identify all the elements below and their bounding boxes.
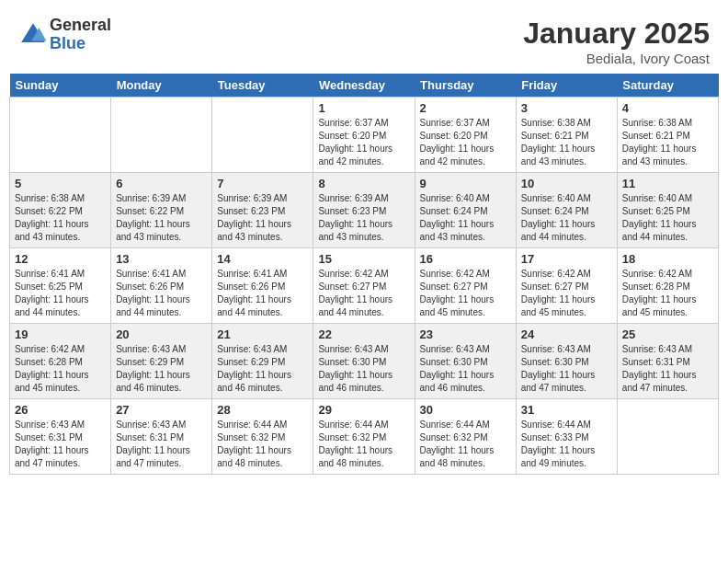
day-info: Sunrise: 6:44 AM Sunset: 6:33 PM Dayligh… [521,419,612,470]
day-info: Sunrise: 6:43 AM Sunset: 6:29 PM Dayligh… [116,343,207,395]
logo-blue-text: Blue [50,35,111,53]
day-number: 13 [116,252,207,266]
calendar-cell: 12Sunrise: 6:41 AM Sunset: 6:25 PM Dayli… [10,248,111,324]
calendar-cell: 22Sunrise: 6:43 AM Sunset: 6:30 PM Dayli… [313,324,415,399]
day-number: 9 [420,177,511,190]
calendar-cell: 8Sunrise: 6:39 AM Sunset: 6:23 PM Daylig… [313,173,415,248]
day-number: 28 [217,403,308,417]
day-number: 24 [521,327,612,341]
weekday-header-tuesday: Tuesday [212,74,313,98]
week-row-2: 5Sunrise: 6:38 AM Sunset: 6:22 PM Daylig… [10,173,719,248]
day-info: Sunrise: 6:44 AM Sunset: 6:32 PM Dayligh… [318,419,409,470]
day-number: 3 [521,101,612,115]
calendar-cell: 13Sunrise: 6:41 AM Sunset: 6:26 PM Dayli… [111,248,212,324]
weekday-header-sunday: Sunday [10,74,111,98]
calendar-table: SundayMondayTuesdayWednesdayThursdayFrid… [9,74,719,475]
calendar-cell: 10Sunrise: 6:40 AM Sunset: 6:24 PM Dayli… [516,173,617,248]
day-info: Sunrise: 6:40 AM Sunset: 6:25 PM Dayligh… [622,192,713,244]
calendar-cell: 5Sunrise: 6:38 AM Sunset: 6:22 PM Daylig… [10,173,111,248]
week-row-5: 26Sunrise: 6:43 AM Sunset: 6:31 PM Dayli… [10,399,719,475]
day-number: 4 [622,101,713,115]
calendar-cell: 15Sunrise: 6:42 AM Sunset: 6:27 PM Dayli… [313,248,415,324]
day-info: Sunrise: 6:42 AM Sunset: 6:27 PM Dayligh… [521,268,612,319]
day-info: Sunrise: 6:44 AM Sunset: 6:32 PM Dayligh… [420,419,511,470]
day-info: Sunrise: 6:38 AM Sunset: 6:21 PM Dayligh… [622,117,713,168]
day-info: Sunrise: 6:39 AM Sunset: 6:23 PM Dayligh… [318,192,409,244]
day-info: Sunrise: 6:39 AM Sunset: 6:23 PM Dayligh… [217,192,308,244]
calendar-cell: 6Sunrise: 6:39 AM Sunset: 6:22 PM Daylig… [111,173,212,248]
calendar-cell: 26Sunrise: 6:43 AM Sunset: 6:31 PM Dayli… [10,399,111,475]
calendar-cell: 28Sunrise: 6:44 AM Sunset: 6:32 PM Dayli… [212,399,313,475]
day-info: Sunrise: 6:41 AM Sunset: 6:26 PM Dayligh… [116,268,207,319]
day-number: 23 [420,327,511,341]
logo-icon [18,20,48,50]
day-info: Sunrise: 6:41 AM Sunset: 6:25 PM Dayligh… [15,268,106,319]
weekday-header-monday: Monday [111,74,212,98]
day-info: Sunrise: 6:40 AM Sunset: 6:24 PM Dayligh… [521,192,612,244]
weekday-header-row: SundayMondayTuesdayWednesdayThursdayFrid… [10,74,719,98]
calendar-title: January 2025 [523,17,710,51]
day-info: Sunrise: 6:43 AM Sunset: 6:29 PM Dayligh… [217,343,308,395]
calendar-cell: 18Sunrise: 6:42 AM Sunset: 6:28 PM Dayli… [617,248,718,324]
day-info: Sunrise: 6:40 AM Sunset: 6:24 PM Dayligh… [420,192,511,244]
calendar-cell: 20Sunrise: 6:43 AM Sunset: 6:29 PM Dayli… [111,324,212,399]
calendar-cell: 9Sunrise: 6:40 AM Sunset: 6:24 PM Daylig… [415,173,516,248]
header: General Blue January 2025 Bediala, Ivory… [9,9,719,70]
title-block: January 2025 Bediala, Ivory Coast [523,17,710,66]
calendar-location: Bediala, Ivory Coast [523,51,710,66]
day-number: 25 [622,327,713,341]
day-info: Sunrise: 6:39 AM Sunset: 6:22 PM Dayligh… [116,192,207,244]
calendar-cell [617,399,718,475]
day-info: Sunrise: 6:37 AM Sunset: 6:20 PM Dayligh… [420,117,511,168]
day-number: 27 [116,403,207,417]
calendar-cell: 1Sunrise: 6:37 AM Sunset: 6:20 PM Daylig… [313,98,415,173]
calendar-cell [10,98,111,173]
calendar-cell [111,98,212,173]
day-number: 7 [217,177,308,190]
day-number: 1 [318,101,409,115]
day-number: 15 [318,252,409,266]
day-number: 26 [15,403,106,417]
day-number: 17 [521,252,612,266]
logo: General Blue [18,17,111,53]
day-number: 12 [15,252,106,266]
calendar-cell: 2Sunrise: 6:37 AM Sunset: 6:20 PM Daylig… [415,98,516,173]
calendar-cell [212,98,313,173]
day-info: Sunrise: 6:43 AM Sunset: 6:30 PM Dayligh… [420,343,511,395]
day-info: Sunrise: 6:42 AM Sunset: 6:28 PM Dayligh… [622,268,713,319]
day-info: Sunrise: 6:43 AM Sunset: 6:30 PM Dayligh… [521,343,612,395]
calendar-cell: 30Sunrise: 6:44 AM Sunset: 6:32 PM Dayli… [415,399,516,475]
day-number: 21 [217,327,308,341]
day-number: 22 [318,327,409,341]
calendar-header: SundayMondayTuesdayWednesdayThursdayFrid… [10,74,719,98]
day-number: 11 [622,177,713,190]
day-info: Sunrise: 6:43 AM Sunset: 6:31 PM Dayligh… [622,343,713,395]
day-number: 19 [15,327,106,341]
day-number: 5 [15,177,106,190]
day-info: Sunrise: 6:37 AM Sunset: 6:20 PM Dayligh… [318,117,409,168]
day-info: Sunrise: 6:42 AM Sunset: 6:27 PM Dayligh… [420,268,511,319]
week-row-3: 12Sunrise: 6:41 AM Sunset: 6:25 PM Dayli… [10,248,719,324]
calendar-cell: 19Sunrise: 6:42 AM Sunset: 6:28 PM Dayli… [10,324,111,399]
day-number: 18 [622,252,713,266]
day-number: 30 [420,403,511,417]
day-info: Sunrise: 6:42 AM Sunset: 6:28 PM Dayligh… [15,343,106,395]
day-info: Sunrise: 6:43 AM Sunset: 6:31 PM Dayligh… [116,419,207,470]
calendar-cell: 14Sunrise: 6:41 AM Sunset: 6:26 PM Dayli… [212,248,313,324]
day-info: Sunrise: 6:42 AM Sunset: 6:27 PM Dayligh… [318,268,409,319]
weekday-header-friday: Friday [516,74,617,98]
weekday-header-thursday: Thursday [415,74,516,98]
day-number: 31 [521,403,612,417]
day-number: 14 [217,252,308,266]
calendar-cell: 27Sunrise: 6:43 AM Sunset: 6:31 PM Dayli… [111,399,212,475]
week-row-4: 19Sunrise: 6:42 AM Sunset: 6:28 PM Dayli… [10,324,719,399]
day-number: 20 [116,327,207,341]
day-number: 6 [116,177,207,190]
day-info: Sunrise: 6:44 AM Sunset: 6:32 PM Dayligh… [217,419,308,470]
logo-general-text: General [50,17,111,35]
week-row-1: 1Sunrise: 6:37 AM Sunset: 6:20 PM Daylig… [10,98,719,173]
weekday-header-saturday: Saturday [617,74,718,98]
calendar-cell: 7Sunrise: 6:39 AM Sunset: 6:23 PM Daylig… [212,173,313,248]
calendar-cell: 31Sunrise: 6:44 AM Sunset: 6:33 PM Dayli… [516,399,617,475]
day-info: Sunrise: 6:43 AM Sunset: 6:30 PM Dayligh… [318,343,409,395]
